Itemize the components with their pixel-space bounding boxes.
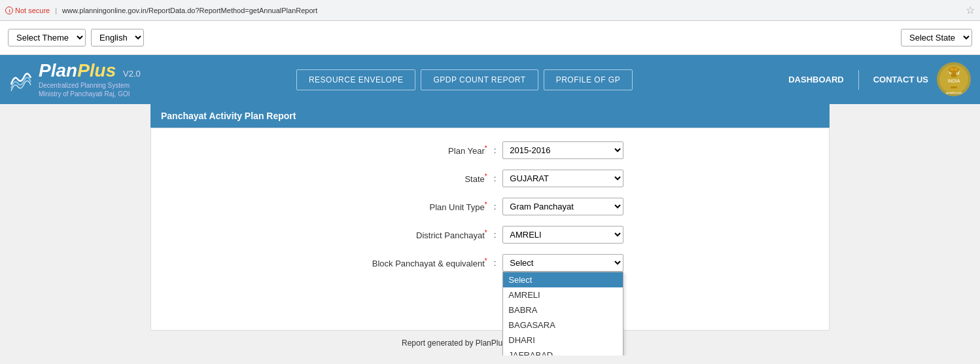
- logo-waves-icon: [8, 65, 37, 94]
- svg-text:INDIA: INDIA: [948, 79, 960, 83]
- state-colon: :: [494, 173, 497, 183]
- block-panchayat-dropdown-container: Select Select AMRELI BABRA BAGASARA DHAR…: [502, 254, 623, 272]
- gpdp-count-report-btn[interactable]: GPDP COUNT REPORT: [421, 69, 538, 90]
- theme-select[interactable]: Select Theme: [8, 29, 86, 46]
- svg-rect-10: [951, 86, 957, 88]
- svg-rect-7: [951, 73, 956, 77]
- nav-divider: [858, 70, 859, 90]
- district-colon: :: [494, 230, 497, 240]
- state-select-top[interactable]: Select State: [901, 29, 972, 46]
- district-required: *: [485, 229, 487, 236]
- logo-plus: Plus: [77, 60, 116, 81]
- not-secure-indicator: i Not secure: [5, 7, 50, 14]
- dashboard-link[interactable]: DASHBOARD: [788, 75, 844, 84]
- logo-area: PlanPlus V2.0 Decentralized Planning Sys…: [8, 62, 141, 98]
- block-panchayat-row: Block Panchayat & equivalent* : Select S…: [164, 254, 816, 272]
- plan-unit-required: *: [485, 201, 487, 208]
- form-area: Plan Year* : 2015-2016 2016-2017 2017-20…: [150, 128, 830, 331]
- browser-bar: i Not secure | www.planningonline.gov.in…: [0, 0, 980, 21]
- logo-version: V2.0: [123, 69, 141, 79]
- plan-unit-type-label: Plan Unit Type*: [357, 201, 487, 212]
- browser-url: www.planningonline.gov.in/ReportData.do?…: [62, 7, 960, 14]
- logo-text: PlanPlus V2.0 Decentralized Planning Sys…: [39, 62, 141, 98]
- plan-year-colon: :: [494, 145, 497, 155]
- bookmark-icon[interactable]: ☆: [966, 4, 975, 16]
- district-panchayat-select[interactable]: AMRELI AHMEDABAD SURAT: [502, 226, 623, 244]
- top-bar: Select Theme English Select State: [0, 21, 980, 55]
- contact-us-link[interactable]: CONTACT US: [873, 75, 928, 84]
- district-panchayat-label: District Panchayat*: [357, 229, 487, 240]
- header: PlanPlus V2.0 Decentralized Planning Sys…: [0, 55, 980, 104]
- resource-envelope-btn[interactable]: RESOURCE ENVELOPE: [296, 69, 416, 90]
- plan-unit-colon: :: [494, 202, 497, 211]
- get-report-row: GET REPORT: [164, 282, 816, 300]
- svg-point-8: [950, 67, 954, 71]
- state-select[interactable]: GUJARAT MAHARASHTRA RAJASTHAN: [502, 170, 623, 187]
- section-header: Panchayat Activity Plan Report: [150, 104, 830, 128]
- block-required: *: [485, 257, 487, 264]
- state-row: State* : GUJARAT MAHARASHTRA RAJASTHAN: [164, 170, 816, 187]
- nav-center: RESOURCE ENVELOPE GPDP COUNT REPORT PROF…: [141, 69, 788, 90]
- warning-icon: i: [5, 7, 13, 14]
- nav-right: DASHBOARD CONTACT US: [788, 70, 928, 90]
- plan-year-row: Plan Year* : 2015-2016 2016-2017 2017-20…: [164, 141, 816, 159]
- plan-unit-type-row: Plan Unit Type* : Gram Panchayat Block P…: [164, 198, 816, 215]
- plan-unit-type-select[interactable]: Gram Panchayat Block Panchayat District …: [502, 198, 623, 215]
- main-content: Panchayat Activity Plan Report Plan Year…: [0, 104, 980, 355]
- block-option-bagasara[interactable]: BAGASARA: [503, 318, 623, 333]
- report-footer: Report generated by PlanPlus on Apr 20, …: [150, 331, 830, 355]
- plan-year-required: *: [485, 145, 487, 152]
- logo-plan: Plan: [39, 60, 77, 81]
- block-option-jafrabad[interactable]: JAFRABAD: [503, 348, 623, 355]
- block-option-dhari[interactable]: DHARI: [503, 333, 623, 348]
- svg-text:सत्यमेव जयते: सत्यमेव जयते: [945, 91, 962, 95]
- logo-subtitle: Decentralized Planning System Ministry o…: [39, 81, 141, 98]
- block-option-select[interactable]: Select: [503, 272, 623, 287]
- language-select[interactable]: English: [91, 29, 144, 46]
- svg-point-9: [954, 67, 958, 71]
- state-label: State*: [357, 173, 487, 184]
- emblem-icon: भारत INDIA सत्यमेव जयते: [936, 62, 972, 98]
- emblem: भारत INDIA सत्यमेव जयते: [936, 62, 972, 98]
- block-option-amreli[interactable]: AMRELI: [503, 287, 623, 302]
- block-option-babra[interactable]: BABRA: [503, 302, 623, 318]
- url-separator: |: [55, 7, 57, 14]
- profile-of-gp-btn[interactable]: PROFILE OF GP: [544, 69, 633, 90]
- block-panchayat-dropdown: Select AMRELI BABRA BAGASARA DHARI JAFRA…: [502, 272, 623, 355]
- state-required: *: [485, 173, 487, 180]
- plan-year-select[interactable]: 2015-2016 2016-2017 2017-2018: [502, 141, 623, 159]
- block-panchayat-select[interactable]: Select: [502, 254, 623, 272]
- district-panchayat-row: District Panchayat* : AMRELI AHMEDABAD S…: [164, 226, 816, 244]
- block-colon: :: [494, 258, 497, 268]
- svg-text:i: i: [9, 8, 10, 14]
- block-panchayat-label: Block Panchayat & equivalent*: [357, 257, 487, 268]
- plan-year-label: Plan Year*: [357, 145, 487, 156]
